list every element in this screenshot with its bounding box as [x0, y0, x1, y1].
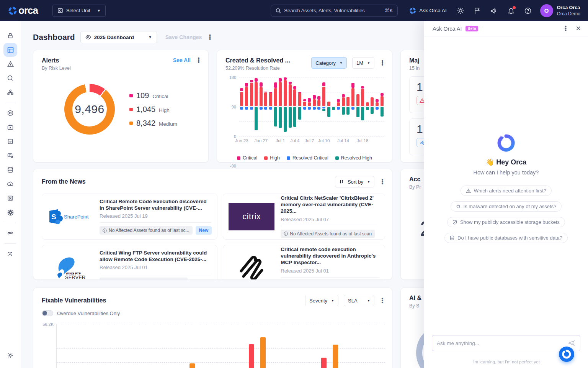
cr-bar-segment[interactable]	[255, 78, 258, 81]
cr-bar-segment[interactable]	[342, 97, 345, 106]
sidebar-item-compliance[interactable]	[3, 135, 17, 148]
cr-bar-segment[interactable]	[313, 107, 316, 110]
sidebar-item-cloud[interactable]	[3, 177, 17, 191]
cr-bar-segment[interactable]	[308, 107, 311, 110]
suggestion-chip-alerts[interactable]: Which alerts need attention first?	[461, 186, 552, 196]
see-all-link[interactable]: See All	[173, 57, 191, 63]
cr-bar-segment[interactable]	[260, 82, 263, 87]
notifications-icon[interactable]	[507, 7, 515, 15]
flag-icon[interactable]	[474, 7, 481, 15]
cr-bar-segment[interactable]	[303, 102, 306, 106]
help-icon[interactable]	[524, 7, 532, 15]
cr-bar-segment[interactable]	[361, 86, 364, 89]
search-input[interactable]	[284, 8, 381, 13]
cr-bar-segment[interactable]	[298, 107, 301, 120]
news-item-wingftp[interactable]: WING FTPSERVER Critical Wing FTP Server …	[42, 245, 217, 280]
cr-bar-segment[interactable]	[327, 102, 330, 106]
cr-bar-segment[interactable]	[308, 98, 311, 102]
cr-bar-segment[interactable]	[313, 95, 316, 99]
cr-bar-segment[interactable]	[250, 107, 253, 110]
fixable-bar[interactable]	[189, 363, 195, 368]
cr-bar-segment[interactable]	[327, 107, 330, 117]
cr-bar-segment[interactable]	[274, 82, 277, 88]
cr-bar-segment[interactable]	[279, 107, 282, 128]
cr-bar-segment[interactable]	[298, 93, 301, 106]
time-range-filter[interactable]: 1M▼	[352, 57, 374, 69]
sidebar-item-cloud-security[interactable]	[3, 106, 17, 120]
cr-kebab-menu[interactable]: •••	[380, 60, 385, 66]
overdue-toggle[interactable]	[42, 310, 53, 316]
suggestion-chip-databases[interactable]: Do I have public databases with sensitiv…	[444, 233, 568, 243]
cr-bar-segment[interactable]	[376, 102, 379, 106]
ai-panel-kebab-menu[interactable]: •••	[563, 26, 568, 31]
suggestion-chip-storage[interactable]: Show my publicly accessible storage buck…	[447, 217, 565, 227]
cr-bar-segment[interactable]	[361, 89, 364, 106]
dashboard-select[interactable]: 2025 Dashboard ▼	[80, 31, 157, 43]
user-menu[interactable]: O Orca Orca Orca Demo	[540, 4, 580, 17]
cr-bar-segment[interactable]	[269, 92, 272, 93]
cr-bar-segment[interactable]	[264, 107, 267, 110]
cr-bar-segment[interactable]	[269, 93, 272, 106]
cr-bar-segment[interactable]	[250, 83, 253, 106]
news-item-anthropic[interactable]: Critical remote code execution vulnerabi…	[223, 245, 385, 280]
cr-bar-segment[interactable]	[284, 80, 287, 106]
close-icon[interactable]: ✕	[576, 25, 581, 33]
global-search[interactable]: ⌘K	[271, 5, 398, 17]
sidebar-item-alerts[interactable]	[3, 57, 17, 71]
alerts-donut-chart[interactable]: 9,496	[64, 84, 115, 135]
fixable-chart[interactable]: 56.2K30K15K	[42, 324, 387, 368]
send-icon[interactable]	[568, 340, 575, 347]
sidebar-item-assets[interactable]	[3, 120, 17, 134]
cr-bar-segment[interactable]	[245, 83, 248, 87]
cr-bar-segment[interactable]	[322, 109, 325, 111]
cr-bar-segment[interactable]	[240, 88, 243, 91]
cr-bar-segment[interactable]	[289, 107, 292, 128]
severity-filter[interactable]: Severity▼	[305, 295, 338, 306]
category-filter[interactable]: Category▼	[311, 57, 347, 69]
fixable-bar[interactable]	[249, 344, 254, 368]
sidebar-item-dashboard[interactable]	[3, 43, 17, 57]
cr-bar-segment[interactable]	[240, 107, 243, 110]
fixable-bar[interactable]	[321, 358, 327, 368]
announcements-icon[interactable]	[490, 7, 498, 15]
cr-bar-segment[interactable]	[356, 94, 359, 106]
cr-bar-segment[interactable]	[371, 107, 374, 114]
cr-bar-segment[interactable]	[293, 86, 296, 89]
alerts-kebab-menu[interactable]: •••	[196, 58, 201, 63]
cr-bar-segment[interactable]	[317, 107, 320, 110]
cr-bar-segment[interactable]	[240, 92, 243, 107]
cr-bar-segment[interactable]	[346, 107, 350, 115]
cr-bar-segment[interactable]	[366, 107, 369, 110]
cr-bar-segment[interactable]	[274, 88, 277, 106]
cr-bar-segment[interactable]	[322, 87, 325, 106]
theme-toggle-icon[interactable]	[457, 7, 464, 15]
cr-bar-segment[interactable]	[313, 99, 316, 106]
cr-bar-segment[interactable]	[255, 107, 258, 130]
orca-ai-fab-button[interactable]	[559, 347, 574, 362]
cr-bar-segment[interactable]	[351, 88, 354, 106]
cr-bar-segment[interactable]	[376, 99, 379, 102]
news-item-sharepoint[interactable]: SSharePoint Critical Remote Code Executi…	[42, 194, 217, 240]
cr-bar-segment[interactable]	[351, 107, 354, 110]
sort-by-dropdown[interactable]: Sort by▼	[335, 176, 374, 187]
save-changes-button[interactable]: Save Changes	[165, 34, 202, 40]
orca-logo[interactable]: orca	[8, 5, 38, 16]
cr-bar-segment[interactable]	[337, 102, 340, 106]
cr-bar-segment[interactable]	[264, 92, 267, 106]
cr-bar-segment[interactable]	[245, 107, 248, 110]
cr-bar-segment[interactable]	[322, 107, 325, 108]
cr-bar-segment[interactable]	[381, 96, 384, 106]
news-kebab-menu[interactable]: •••	[380, 179, 385, 185]
cr-bar-segment[interactable]	[308, 102, 311, 106]
cr-bar-segment[interactable]	[303, 107, 306, 110]
sidebar-item-kubernetes[interactable]	[3, 205, 17, 219]
sla-filter[interactable]: SLA▼	[344, 295, 374, 306]
news-item-citrix[interactable]: citrix Critical Citrix NetScaler 'Citrix…	[223, 194, 385, 240]
cr-bar-segment[interactable]	[317, 100, 320, 106]
fixable-bar[interactable]	[260, 337, 266, 368]
avatar[interactable]: O	[540, 4, 553, 17]
cr-bar-segment[interactable]	[293, 89, 296, 106]
sidebar-item-policies[interactable]	[3, 149, 17, 163]
cr-bar-segment[interactable]	[264, 92, 267, 92]
sidebar-item-data-security[interactable]	[3, 163, 17, 177]
